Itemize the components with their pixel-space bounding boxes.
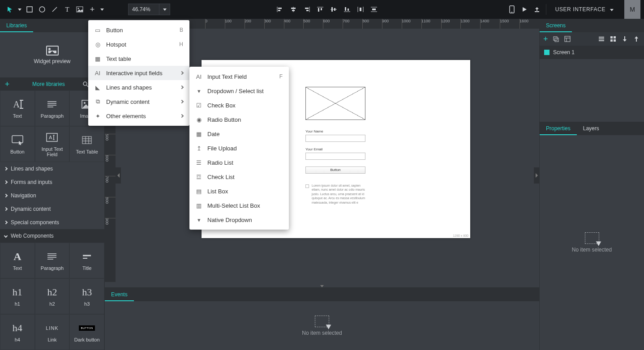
- form-checkbox[interactable]: [305, 184, 309, 188]
- add-screen-icon[interactable]: +: [543, 34, 548, 44]
- menu-item[interactable]: ▦Text table: [88, 51, 189, 66]
- library-item[interactable]: AText: [0, 243, 35, 278]
- align-top-icon[interactable]: [313, 3, 327, 16]
- library-item-icon: A: [13, 250, 21, 263]
- tab-screens[interactable]: Screens: [540, 19, 572, 32]
- form-input-email[interactable]: [305, 153, 365, 160]
- library-item[interactable]: h4h4: [0, 314, 35, 350]
- tab-properties[interactable]: Properties: [540, 122, 577, 135]
- library-item-label: Dark button: [74, 337, 100, 342]
- library-item[interactable]: Button: [0, 126, 35, 162]
- menu-item[interactable]: ▭ButtonB: [88, 23, 189, 37]
- menu-item[interactable]: ⧉Dynamic content: [88, 94, 189, 109]
- library-item[interactable]: BUTTONDark button: [69, 314, 104, 350]
- menu-item[interactable]: ☲Check List: [189, 170, 289, 184]
- align-middle-icon[interactable]: [327, 3, 340, 16]
- menu-item-label: Lines and shapes: [106, 84, 152, 91]
- menu-item[interactable]: ◉Radio Button: [189, 112, 289, 127]
- menu-item-label: Hotspot: [106, 41, 126, 48]
- menu-item[interactable]: ✦Other elements: [88, 109, 189, 123]
- square-tool-icon[interactable]: [23, 3, 36, 16]
- add-tool-chevron-icon[interactable]: [99, 3, 106, 16]
- library-item[interactable]: Title: [69, 243, 104, 278]
- grid-view-icon[interactable]: [609, 36, 617, 42]
- form-button[interactable]: Button: [305, 166, 365, 174]
- library-item[interactable]: Text Table: [69, 126, 104, 162]
- library-category[interactable]: Web Components: [0, 229, 104, 243]
- distribute-v-icon[interactable]: [367, 3, 381, 16]
- tab-layers[interactable]: Layers: [577, 122, 605, 135]
- library-item[interactable]: Paragraph: [35, 243, 70, 278]
- library-item[interactable]: AText: [0, 90, 35, 126]
- upload-icon[interactable]: [531, 3, 543, 16]
- library-item[interactable]: h3h3: [69, 278, 104, 314]
- list-view-icon[interactable]: [597, 36, 605, 42]
- library-item-icon: LINK: [46, 322, 58, 334]
- library-category[interactable]: Special components: [0, 216, 104, 229]
- library-category[interactable]: Dynamic content: [0, 202, 104, 216]
- menu-item[interactable]: ▾Dropdown / Select list: [189, 84, 289, 98]
- menu-item[interactable]: ☑Check Box: [189, 98, 289, 112]
- events-panel-collapse-icon[interactable]: [320, 282, 324, 289]
- template-screen-icon[interactable]: [563, 36, 571, 42]
- device-icon[interactable]: [506, 3, 518, 16]
- align-left-icon[interactable]: [273, 3, 287, 16]
- library-item[interactable]: h2h2: [35, 278, 70, 314]
- zoom-input[interactable]: [128, 4, 159, 15]
- menu-item[interactable]: ▥Multi-Select List Box: [189, 198, 289, 213]
- library-item[interactable]: AInput Text Field: [35, 126, 70, 162]
- form-input-name[interactable]: [305, 135, 365, 142]
- duplicate-screen-icon[interactable]: [552, 36, 560, 42]
- add-tool-icon[interactable]: +: [86, 3, 99, 16]
- screen-item[interactable]: Screen 1: [540, 46, 644, 59]
- sort-up-icon[interactable]: [632, 36, 640, 42]
- image-tool-icon[interactable]: [73, 3, 86, 16]
- align-bottom-icon[interactable]: [340, 3, 354, 16]
- tab-libraries[interactable]: Libraries: [0, 19, 33, 32]
- library-item[interactable]: LINKLink: [35, 314, 70, 350]
- chevron-right-icon: [180, 71, 184, 75]
- library-item-label: Paragraph: [41, 113, 64, 119]
- menu-item-label: Date: [207, 131, 219, 137]
- events-panel: Events No item selected: [105, 287, 539, 350]
- pointer-tool-icon[interactable]: [4, 3, 16, 16]
- chevron-icon: [4, 180, 8, 184]
- user-avatar[interactable]: M: [624, 0, 640, 19]
- project-selector[interactable]: USER INTERFACE: [549, 6, 620, 13]
- align-right-icon[interactable]: [300, 3, 313, 16]
- circle-tool-icon[interactable]: [36, 3, 48, 16]
- menu-item[interactable]: ▦Date: [189, 127, 289, 141]
- library-category[interactable]: Navigation: [0, 189, 104, 202]
- menu-item[interactable]: AIInteractive input fields: [88, 66, 189, 80]
- collapse-right-handle[interactable]: [534, 167, 539, 184]
- menu-item[interactable]: ◣Lines and shapes: [88, 80, 189, 94]
- empty-selection-icon: [315, 316, 329, 327]
- menu-item-icon: ▦: [195, 131, 203, 137]
- menu-item[interactable]: ↥File Upload: [189, 141, 289, 155]
- menu-item-label: Native Dropdown: [207, 217, 252, 223]
- sort-down-icon[interactable]: [621, 36, 629, 42]
- library-item[interactable]: h1h1: [0, 278, 35, 314]
- menu-item[interactable]: AIInput Text FieldF: [189, 69, 289, 84]
- more-libraries-link[interactable]: More libraries: [32, 81, 65, 87]
- menu-item[interactable]: ▤List Box: [189, 184, 289, 198]
- menu-item[interactable]: ▾Native Dropdown: [189, 213, 289, 227]
- collapse-left-handle[interactable]: [116, 167, 121, 184]
- svg-rect-70: [610, 39, 613, 42]
- text-tool-icon[interactable]: T: [61, 3, 73, 16]
- svg-rect-62: [565, 36, 570, 42]
- menu-item[interactable]: ◎HotspotH: [88, 37, 189, 51]
- distribute-h-icon[interactable]: [354, 3, 367, 16]
- library-category[interactable]: Lines and shapes: [0, 162, 104, 175]
- zoom-dropdown-icon[interactable]: [159, 4, 170, 15]
- line-tool-icon[interactable]: [48, 3, 61, 16]
- tab-events[interactable]: Events: [105, 288, 134, 301]
- library-category[interactable]: Forms and inputs: [0, 175, 104, 189]
- play-icon[interactable]: [518, 3, 531, 16]
- wireframe-image-placeholder[interactable]: [305, 87, 365, 120]
- add-library-icon[interactable]: +: [4, 81, 11, 88]
- library-item[interactable]: Paragraph: [35, 90, 70, 126]
- pointer-tool-chevron-icon[interactable]: [16, 3, 23, 16]
- align-center-h-icon[interactable]: [287, 3, 300, 16]
- menu-item[interactable]: ☰Radio List: [189, 155, 289, 170]
